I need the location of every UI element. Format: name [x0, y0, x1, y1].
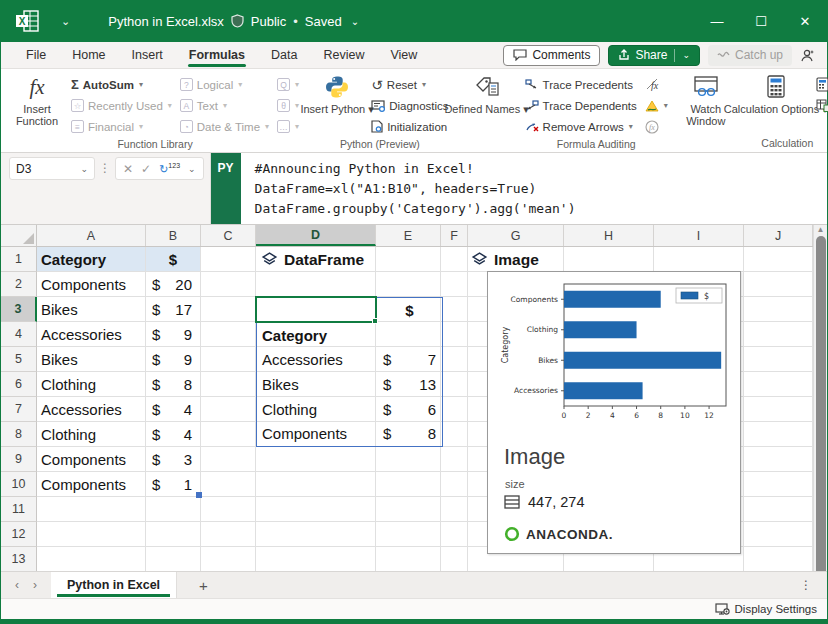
- row-header-7[interactable]: 7: [1, 397, 37, 422]
- column-header-b[interactable]: B: [146, 225, 201, 246]
- calculation-options-button[interactable]: Calculation Options ▾: [742, 72, 810, 115]
- menu-tab-review[interactable]: Review: [310, 42, 377, 68]
- cell-a4[interactable]: Accessories: [37, 322, 146, 347]
- close-button[interactable]: ✕: [783, 0, 827, 42]
- sensitivity-label[interactable]: Public: [251, 14, 286, 29]
- cell-f6[interactable]: [441, 372, 468, 397]
- people-icon[interactable]: [800, 48, 817, 63]
- dataframe-row[interactable]: Clothing$6: [257, 397, 442, 422]
- cell-c9[interactable]: [201, 447, 256, 472]
- cell-b2[interactable]: $20: [146, 272, 201, 297]
- cell-c5[interactable]: [201, 347, 256, 372]
- cell-f13[interactable]: [441, 547, 468, 571]
- cell-j4[interactable]: [744, 322, 813, 347]
- initialization-button[interactable]: Initialization: [369, 116, 450, 137]
- cell-d10[interactable]: [256, 472, 376, 497]
- cell-c7[interactable]: [201, 397, 256, 422]
- cell-d13[interactable]: [256, 547, 376, 571]
- cell-f12[interactable]: [441, 522, 468, 547]
- cell-b7[interactable]: $4: [146, 397, 201, 422]
- cell-j7[interactable]: [744, 397, 813, 422]
- cell-d11[interactable]: [256, 497, 376, 522]
- cell-c13[interactable]: [201, 547, 256, 571]
- cell-j5[interactable]: [744, 347, 813, 372]
- cell-a5[interactable]: Bikes: [37, 347, 146, 372]
- row-header-10[interactable]: 10: [1, 472, 37, 497]
- evaluate-formula-button[interactable]: fx: [643, 116, 670, 137]
- autosum-button[interactable]: Σ AutoSum ▾: [69, 74, 174, 95]
- save-status[interactable]: Saved: [305, 14, 342, 29]
- cell-c1[interactable]: [201, 247, 256, 272]
- cell-a12[interactable]: [37, 522, 146, 547]
- cell-j1[interactable]: [744, 247, 813, 272]
- calculate-sheet-button[interactable]: [814, 95, 828, 116]
- cell-b9[interactable]: $3: [146, 447, 201, 472]
- cell-c6[interactable]: [201, 372, 256, 397]
- cell-e11[interactable]: [376, 497, 441, 522]
- confirm-entry-icon[interactable]: ✓: [141, 162, 151, 176]
- quick-access-chevron-icon[interactable]: ⌄: [61, 15, 70, 28]
- insert-function-button[interactable]: fx Insert Function: [9, 72, 65, 127]
- column-header-a[interactable]: A: [37, 225, 146, 246]
- cell-c11[interactable]: [201, 497, 256, 522]
- error-checking-button[interactable]: ▾: [643, 95, 670, 116]
- cell-a9[interactable]: Components: [37, 447, 146, 472]
- select-all-corner[interactable]: [1, 225, 37, 246]
- cell-j13[interactable]: [744, 547, 813, 571]
- row-header-9[interactable]: 9: [1, 447, 37, 472]
- maximize-button[interactable]: ☐: [739, 0, 783, 42]
- cell-e13[interactable]: [376, 547, 441, 571]
- save-status-chevron-icon[interactable]: ⌄: [351, 16, 359, 27]
- cell-a2[interactable]: Components: [37, 272, 146, 297]
- cell-e10[interactable]: [376, 472, 441, 497]
- show-formulas-button[interactable]: fx: [643, 74, 670, 95]
- cell-f8[interactable]: [441, 422, 468, 447]
- cell-b1[interactable]: $: [146, 247, 201, 272]
- sheet-nav-left-icon[interactable]: ‹: [15, 578, 19, 592]
- sheet-tab-more-icon[interactable]: ⋮: [786, 572, 827, 598]
- active-cell-d3[interactable]: [255, 296, 377, 323]
- name-box[interactable]: D3 ⌄: [9, 157, 95, 180]
- vertical-scrollbar[interactable]: ▲ ▼: [813, 225, 827, 571]
- formula-input-area[interactable]: PY #Announcing Python in Excel! DataFram…: [210, 153, 827, 224]
- column-header-d[interactable]: D: [256, 225, 376, 246]
- column-header-h[interactable]: H: [564, 225, 654, 246]
- cell-j9[interactable]: [744, 447, 813, 472]
- cell-a8[interactable]: Clothing: [37, 422, 146, 447]
- cell-d12[interactable]: [256, 522, 376, 547]
- dataframe-cell-label[interactable]: DataFrame: [261, 247, 364, 272]
- menu-tab-formulas[interactable]: Formulas: [176, 42, 258, 68]
- cell-b5[interactable]: $9: [146, 347, 201, 372]
- row-header-11[interactable]: 11: [1, 497, 37, 522]
- cell-f7[interactable]: [441, 397, 468, 422]
- image-cell-label[interactable]: Image: [471, 247, 539, 272]
- cell-e1[interactable]: [376, 247, 441, 272]
- add-sheet-button[interactable]: +: [177, 572, 230, 598]
- cell-d2[interactable]: [256, 272, 376, 297]
- row-header-5[interactable]: 5: [1, 347, 37, 372]
- date-time-button[interactable]: ◔ Date & Time ▾: [178, 116, 271, 137]
- cell-e9[interactable]: [376, 447, 441, 472]
- share-chevron-icon[interactable]: ⌄: [682, 50, 690, 60]
- financial-button[interactable]: ≡ Financial ▾: [69, 116, 174, 137]
- sheet-tab-active[interactable]: Python in Excel: [51, 572, 177, 598]
- scrollbar-thumb[interactable]: [816, 236, 826, 571]
- python-output-type-icon[interactable]: ↻123: [159, 162, 180, 176]
- share-button[interactable]: Share ⌄: [608, 45, 700, 66]
- dataframe-row[interactable]: Components$8: [257, 421, 442, 446]
- display-settings-label[interactable]: Display Settings: [735, 603, 817, 615]
- catch-up-button[interactable]: Catch up: [708, 45, 792, 66]
- column-header-f[interactable]: F: [441, 225, 468, 246]
- cell-f1[interactable]: [441, 247, 468, 272]
- trace-dependents-button[interactable]: Trace Dependents: [523, 95, 639, 116]
- minimize-button[interactable]: —: [695, 0, 739, 42]
- watch-window-button[interactable]: Watch Window: [678, 72, 734, 127]
- cell-f5[interactable]: [441, 347, 468, 372]
- cell-c8[interactable]: [201, 422, 256, 447]
- menu-tab-insert[interactable]: Insert: [119, 42, 176, 68]
- cell-f10[interactable]: [441, 472, 468, 497]
- cell-a6[interactable]: Clothing: [37, 372, 146, 397]
- cell-c3[interactable]: [201, 297, 256, 322]
- comments-button[interactable]: Comments: [503, 45, 600, 66]
- cell-h1[interactable]: [564, 247, 654, 272]
